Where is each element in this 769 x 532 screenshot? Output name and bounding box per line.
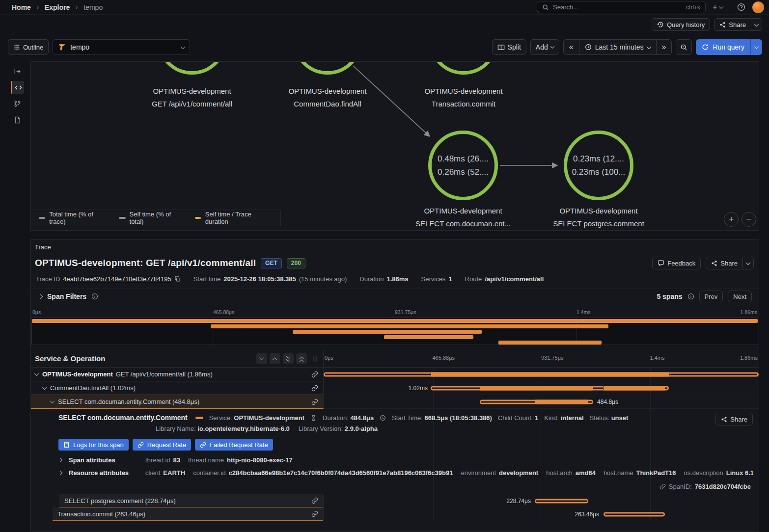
span-bar[interactable]	[535, 499, 588, 503]
span-link-icon[interactable]	[311, 385, 318, 392]
node-label: OPTIMUS-developmentTransaction.commit	[385, 85, 542, 110]
trace-title: OPTIMUS-development: GET /api/v1/comment…	[35, 258, 256, 268]
span-row-get-comment-all[interactable]: OPTIMUS-development GET /api/v1/comment/…	[31, 368, 759, 381]
resource-attributes-row[interactable]: Resource attributes clientEARTH containe…	[58, 466, 753, 479]
code-view-icon[interactable]	[11, 81, 24, 94]
collapse-icon[interactable]	[42, 385, 47, 390]
span-attributes-row[interactable]: Span attributes thread.id83 thread.nameh…	[58, 453, 753, 466]
breadcrumb-home[interactable]: Home	[12, 3, 31, 11]
span-duration-label: 263.46μs	[572, 511, 602, 518]
run-query-caret[interactable]	[750, 39, 762, 55]
timeline-column-headers: 0μs 465.88μs 931.75μs 1.4ms 1.86ms	[324, 350, 759, 367]
span-bar[interactable]	[431, 386, 669, 390]
graph-zoom-in-button[interactable]: +	[724, 212, 739, 227]
help-icon[interactable]	[734, 1, 748, 14]
split-icon	[497, 44, 505, 51]
logs-for-span-button[interactable]: Logs for this span	[58, 439, 129, 451]
span-link-icon[interactable]	[311, 510, 318, 517]
nav-divider	[730, 3, 730, 12]
collapse-all-button[interactable]	[283, 353, 294, 364]
expand-all-button[interactable]	[296, 353, 307, 364]
span-filters-title[interactable]: Span Filters	[47, 293, 86, 300]
legend-item-self-trace-duration[interactable]: Self time / Trace duration	[195, 211, 273, 225]
global-search[interactable]: ctrl+k	[537, 1, 706, 13]
collapse-one-button[interactable]	[256, 353, 267, 364]
datasource-picker[interactable]: tempo	[53, 39, 190, 55]
outline-icon	[13, 44, 20, 51]
legend-item-self-time[interactable]: Self time (% of total)	[119, 211, 184, 225]
time-shift-forward-button[interactable]: »	[656, 40, 672, 54]
legend-marker-gradient	[195, 217, 201, 219]
share-button[interactable]: Share	[714, 19, 751, 30]
time-zoom-out-button[interactable]	[676, 39, 692, 55]
span-bar[interactable]	[604, 512, 665, 516]
info-icon[interactable]	[687, 293, 694, 300]
expand-icon[interactable]	[58, 457, 62, 462]
trace-share-caret[interactable]	[742, 257, 753, 269]
span-filters-expand-icon[interactable]	[38, 294, 43, 299]
span-table: Service & Operation || 0μs 465.88μs 931.…	[31, 350, 759, 521]
query-history-button[interactable]: Query history	[652, 18, 710, 31]
prev-span-button[interactable]: Prev	[699, 291, 723, 302]
add-new-button[interactable]: +	[710, 1, 726, 14]
explore-side-icons	[11, 65, 24, 126]
span-bar[interactable]	[324, 372, 759, 376]
breadcrumb-explore[interactable]: Explore	[45, 3, 70, 11]
trace-share-button[interactable]: Share	[706, 257, 742, 269]
method-badge: GET	[261, 258, 282, 268]
span-row-commentdao-findall[interactable]: CommentDao.findAll (1.02ms) 1.02ms	[31, 381, 759, 395]
add-button[interactable]: Add	[530, 39, 559, 55]
trace-id-link[interactable]: 4eabf7bea62b7149e710e83e77ff4195	[63, 275, 171, 283]
span-share-button[interactable]: Share	[715, 413, 753, 426]
span-bar[interactable]	[480, 399, 593, 404]
history-icon	[657, 21, 664, 28]
user-avatar[interactable]	[752, 1, 764, 13]
span-table-header: Service & Operation || 0μs 465.88μs 931.…	[31, 350, 759, 368]
search-input[interactable]	[553, 3, 682, 11]
expand-one-button[interactable]	[270, 353, 280, 364]
time-shift-back-button[interactable]: «	[564, 40, 579, 54]
span-link-icon[interactable]	[311, 399, 318, 405]
time-range-picker[interactable]: Last 15 minutes	[579, 40, 656, 54]
expand-icon[interactable]	[58, 470, 62, 475]
service-color-dash	[195, 417, 203, 419]
graph-node-select-postgres[interactable]: 0.23ms (12.... 0.23ms (100...	[564, 131, 633, 200]
outline-button[interactable]: Outline	[8, 39, 49, 55]
document-icon[interactable]	[11, 113, 24, 126]
graph-node-select-comment[interactable]: 0.48ms (26.... 0.26ms (52....	[428, 131, 498, 200]
run-query-button[interactable]: Run query	[696, 39, 750, 55]
explore-toolbar: Outline tempo Split Add «	[0, 36, 769, 58]
info-icon[interactable]	[91, 293, 98, 300]
zoom-out-icon	[680, 44, 687, 51]
share-dropdown-caret[interactable]	[751, 19, 762, 30]
span-row-select-postgres[interactable]: SELECT postgres.comment (228.74μs) 228.7…	[31, 494, 759, 507]
span-link-icon[interactable]	[311, 497, 318, 504]
breadcrumb-separator: ›	[37, 4, 39, 11]
node-graph-panel: OPTIMUS-developmentGET /api/v1/comment/a…	[30, 61, 759, 231]
collapse-icon[interactable]	[34, 371, 39, 376]
column-resize-handle[interactable]: ||	[313, 355, 317, 362]
trace-minimap[interactable]	[31, 318, 758, 345]
failed-request-rate-button[interactable]: Failed Request Rate	[195, 439, 273, 451]
copy-icon[interactable]	[174, 276, 181, 282]
collapse-pane-icon[interactable]	[11, 65, 24, 78]
split-button[interactable]: Split	[492, 39, 526, 55]
span-row-transaction-commit[interactable]: Transaction.commit (263.46μs) 263.46μs	[31, 507, 759, 521]
node-label: OPTIMUS-developmentSELECT postgres.comme…	[520, 205, 677, 230]
link-icon[interactable]	[659, 483, 666, 490]
collapse-icon[interactable]	[50, 399, 55, 403]
minimap-bar	[211, 324, 608, 328]
time-range-label: Last 15 minutes	[595, 43, 644, 51]
feedback-button[interactable]: Feedback	[652, 257, 701, 269]
clock-icon	[585, 44, 592, 51]
next-span-button[interactable]: Next	[728, 291, 752, 302]
link-icon	[200, 442, 206, 448]
request-rate-button[interactable]: Request Rate	[133, 439, 192, 451]
span-count: 5 spans	[657, 293, 682, 300]
span-link-icon[interactable]	[311, 371, 318, 378]
breadcrumb-separator: ›	[76, 4, 78, 11]
span-row-select-comment[interactable]: SELECT com.documan.entity.Comment (484.8…	[31, 395, 759, 409]
graph-zoom-out-button[interactable]: −	[742, 212, 756, 227]
legend-item-total-time[interactable]: Total time (% of trace)	[39, 211, 108, 225]
branch-icon[interactable]	[11, 97, 24, 110]
